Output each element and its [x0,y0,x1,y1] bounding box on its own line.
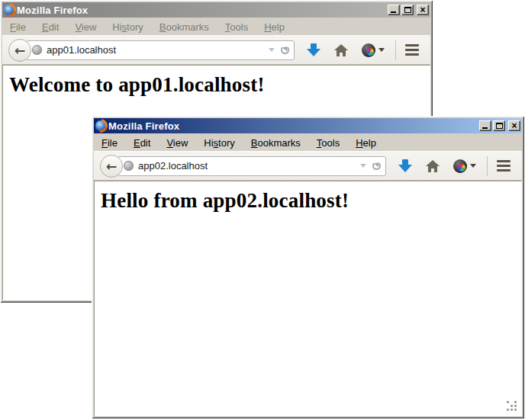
navigation-toolbar: ← app02.localhost [94,151,522,181]
home-button[interactable] [426,160,440,172]
menubar: File Edit View History Bookmarks Tools H… [2,18,430,35]
reload-icon[interactable] [372,162,381,170]
url-bar[interactable]: app01.localhost [26,40,295,60]
menu-item-tools[interactable]: Tools [312,136,344,150]
minimize-icon [482,127,488,129]
url-input[interactable]: app01.localhost [47,44,266,56]
url-input[interactable]: app02.localhost [138,160,357,172]
resize-grip[interactable] [507,401,517,412]
home-icon [334,44,348,50]
minimize-button[interactable] [388,5,400,15]
download-arrow-icon [402,159,408,165]
colorwheel-extension-button[interactable] [362,43,385,57]
colorwheel-icon [453,159,467,173]
menu-item-help[interactable]: Help [259,20,289,34]
menu-item-view[interactable]: View [162,136,192,150]
site-identity-globe-icon[interactable] [32,45,42,55]
colorwheel-icon [362,43,375,57]
firefox-logo-icon[interactable] [95,120,106,131]
titlebar[interactable]: Mozilla Firefox × [94,118,522,133]
page-heading: Welcome to app01.localhost! [9,73,430,97]
menu-item-view[interactable]: View [70,20,101,34]
menu-item-bookmarks[interactable]: Bookmarks [155,20,214,34]
close-icon: × [511,122,517,130]
url-bar[interactable]: app02.localhost [118,156,386,176]
firefox-logo-icon[interactable] [4,5,14,15]
maximize-icon [496,123,503,129]
site-identity-globe-icon[interactable] [124,161,134,171]
close-icon: × [420,6,425,14]
window-title: Mozilla Firefox [108,120,477,132]
reload-icon[interactable] [281,46,289,54]
back-button[interactable]: ← [100,155,123,178]
back-arrow-icon: ← [106,159,117,174]
toolbar-separator [395,40,396,60]
window-controls: × [388,5,429,15]
page-content: Hello from app02.localhost! [94,181,522,416]
menu-item-file[interactable]: File [97,136,122,150]
hamburger-icon [497,160,511,162]
chevron-down-icon [470,164,476,168]
window-title: Mozilla Firefox [17,5,385,16]
menu-item-edit[interactable]: Edit [129,136,155,150]
menu-item-history[interactable]: History [199,136,239,150]
menu-hamburger-button[interactable] [405,44,419,56]
back-button[interactable]: ← [8,39,31,62]
home-icon [426,160,440,166]
menu-item-file[interactable]: File [5,20,31,34]
menubar: File Edit View History Bookmarks Tools H… [94,134,522,151]
colorwheel-extension-button[interactable] [453,159,476,173]
toolbar-separator [487,156,488,176]
downloads-button[interactable] [307,43,320,56]
url-history-dropdown-icon[interactable] [269,48,275,52]
desktop: Mozilla Firefox × File Edit View History… [0,0,525,420]
navigation-toolbar: ← app01.localhost [2,35,430,65]
close-button[interactable]: × [508,120,520,131]
downloads-button[interactable] [398,159,412,172]
url-history-dropdown-icon[interactable] [360,164,366,168]
titlebar[interactable]: Mozilla Firefox × [2,2,430,18]
menu-item-help[interactable]: Help [351,136,381,150]
chevron-down-icon [378,48,385,52]
browser-window-app02: Mozilla Firefox × File Edit View History… [92,116,524,418]
close-button[interactable]: × [417,5,429,15]
download-arrow-icon [311,43,317,49]
home-button[interactable] [334,44,348,56]
menu-hamburger-button[interactable] [497,160,511,172]
maximize-button[interactable] [493,120,505,131]
window-controls: × [479,120,520,131]
hamburger-icon [405,44,419,46]
maximize-button[interactable] [401,5,414,15]
minimize-icon [391,11,396,13]
menu-item-bookmarks[interactable]: Bookmarks [246,136,305,150]
back-arrow-icon: ← [14,43,25,58]
page-heading: Hello from app02.localhost! [101,189,521,213]
menu-item-tools[interactable]: Tools [221,20,253,34]
menu-item-edit[interactable]: Edit [37,20,63,34]
minimize-button[interactable] [479,120,491,131]
menu-item-history[interactable]: History [108,20,147,34]
maximize-icon [404,7,411,13]
